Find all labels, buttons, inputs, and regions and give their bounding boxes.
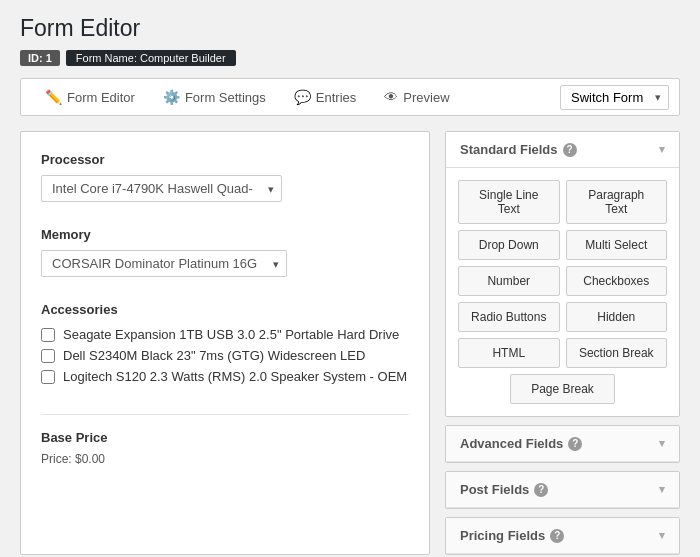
tab-form-settings-label: Form Settings — [185, 90, 266, 105]
standard-fields-title-row: Standard Fields ? — [460, 142, 577, 157]
advanced-fields-help-icon[interactable]: ? — [568, 437, 582, 451]
advanced-fields-section: Advanced Fields ? ▾ — [445, 425, 680, 463]
accessory-item-1: Dell S2340M Black 23" 7ms (GTG) Widescre… — [41, 348, 409, 363]
left-panel: Processor Intel Core i7-4790K Haswell Qu… — [20, 131, 430, 555]
switch-form-select-wrapper: Switch Form — [560, 85, 669, 110]
field-btn-html[interactable]: HTML — [458, 338, 560, 368]
form-editor-icon: ✏️ — [45, 89, 62, 105]
switch-form-select[interactable]: Switch Form — [560, 85, 669, 110]
advanced-fields-title: Advanced Fields — [460, 436, 563, 451]
post-fields-chevron: ▾ — [659, 483, 665, 496]
processor-group: Processor Intel Core i7-4790K Haswell Qu… — [41, 152, 409, 202]
pricing-fields-help-icon[interactable]: ? — [550, 529, 564, 543]
pricing-fields-chevron: ▾ — [659, 529, 665, 542]
standard-fields-buttons: Single Line Text Paragraph Text Drop Dow… — [446, 168, 679, 416]
pricing-fields-header[interactable]: Pricing Fields ? ▾ — [446, 518, 679, 554]
nav-tabs: ✏️ Form Editor ⚙️ Form Settings 💬 Entrie… — [31, 79, 560, 115]
field-btn-checkboxes[interactable]: Checkboxes — [566, 266, 668, 296]
base-price-section: Base Price Price: $0.00 — [41, 414, 409, 466]
tab-preview-label: Preview — [403, 90, 449, 105]
entries-icon: 💬 — [294, 89, 311, 105]
standard-fields-help-icon[interactable]: ? — [563, 143, 577, 157]
field-btn-hidden[interactable]: Hidden — [566, 302, 668, 332]
post-fields-section: Post Fields ? ▾ — [445, 471, 680, 509]
advanced-fields-title-row: Advanced Fields ? — [460, 436, 582, 451]
base-price-value: Price: $0.00 — [41, 452, 105, 466]
processor-select[interactable]: Intel Core i7-4790K Haswell Quad- — [41, 175, 282, 202]
standard-fields-header[interactable]: Standard Fields ? ▾ — [446, 132, 679, 168]
pricing-fields-title: Pricing Fields — [460, 528, 545, 543]
form-name-badge: Form Name: Computer Builder — [66, 50, 236, 66]
accessories-label: Accessories — [41, 302, 409, 317]
id-badge: ID: 1 — [20, 50, 60, 66]
advanced-fields-chevron: ▾ — [659, 437, 665, 450]
pricing-fields-title-row: Pricing Fields ? — [460, 528, 564, 543]
switch-form-wrapper: Switch Form — [560, 85, 669, 110]
tab-form-editor[interactable]: ✏️ Form Editor — [31, 79, 149, 115]
tab-form-settings[interactable]: ⚙️ Form Settings — [149, 79, 280, 115]
base-price-label: Base Price — [41, 430, 409, 445]
post-fields-header[interactable]: Post Fields ? ▾ — [446, 472, 679, 508]
memory-label: Memory — [41, 227, 409, 242]
memory-select[interactable]: CORSAIR Dominator Platinum 16G — [41, 250, 287, 277]
memory-select-wrapper: CORSAIR Dominator Platinum 16G — [41, 250, 287, 277]
page-title: Form Editor — [20, 15, 680, 42]
processor-label: Processor — [41, 152, 409, 167]
tab-entries-label: Entries — [316, 90, 356, 105]
accessory-checkbox-1[interactable] — [41, 349, 55, 363]
post-fields-help-icon[interactable]: ? — [534, 483, 548, 497]
field-btn-multi-select[interactable]: Multi Select — [566, 230, 668, 260]
field-btn-single-line-text[interactable]: Single Line Text — [458, 180, 560, 224]
accessory-checkbox-0[interactable] — [41, 328, 55, 342]
processor-select-wrapper: Intel Core i7-4790K Haswell Quad- — [41, 175, 282, 202]
accessories-group: Accessories Seagate Expansion 1TB USB 3.… — [41, 302, 409, 384]
field-btn-page-break[interactable]: Page Break — [510, 374, 615, 404]
memory-group: Memory CORSAIR Dominator Platinum 16G — [41, 227, 409, 277]
nav-bar: ✏️ Form Editor ⚙️ Form Settings 💬 Entrie… — [20, 78, 680, 116]
accessory-text-2: Logitech S120 2.3 Watts (RMS) 2.0 Speake… — [63, 369, 407, 384]
tab-preview[interactable]: 👁 Preview — [370, 79, 463, 115]
title-badges: ID: 1 Form Name: Computer Builder — [20, 50, 680, 66]
tab-entries[interactable]: 💬 Entries — [280, 79, 370, 115]
main-content: Processor Intel Core i7-4790K Haswell Qu… — [20, 131, 680, 555]
form-settings-icon: ⚙️ — [163, 89, 180, 105]
accessory-text-1: Dell S2340M Black 23" 7ms (GTG) Widescre… — [63, 348, 365, 363]
field-btn-drop-down[interactable]: Drop Down — [458, 230, 560, 260]
post-fields-title-row: Post Fields ? — [460, 482, 548, 497]
preview-icon: 👁 — [384, 89, 398, 105]
accessory-checkbox-2[interactable] — [41, 370, 55, 384]
pricing-fields-section: Pricing Fields ? ▾ — [445, 517, 680, 555]
accessory-item-2: Logitech S120 2.3 Watts (RMS) 2.0 Speake… — [41, 369, 409, 384]
standard-fields-chevron: ▾ — [659, 143, 665, 156]
field-btn-radio-buttons[interactable]: Radio Buttons — [458, 302, 560, 332]
accessory-item-0: Seagate Expansion 1TB USB 3.0 2.5" Porta… — [41, 327, 409, 342]
advanced-fields-header[interactable]: Advanced Fields ? ▾ — [446, 426, 679, 462]
field-btn-section-break[interactable]: Section Break — [566, 338, 668, 368]
post-fields-title: Post Fields — [460, 482, 529, 497]
accessory-text-0: Seagate Expansion 1TB USB 3.0 2.5" Porta… — [63, 327, 399, 342]
right-panel: Standard Fields ? ▾ Single Line Text Par… — [445, 131, 680, 555]
tab-form-editor-label: Form Editor — [67, 90, 135, 105]
standard-fields-title: Standard Fields — [460, 142, 558, 157]
standard-fields-section: Standard Fields ? ▾ Single Line Text Par… — [445, 131, 680, 417]
field-btn-paragraph-text[interactable]: Paragraph Text — [566, 180, 668, 224]
field-btn-number[interactable]: Number — [458, 266, 560, 296]
